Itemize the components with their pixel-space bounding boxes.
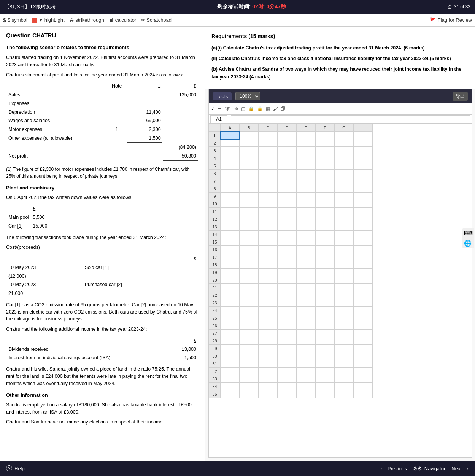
cell-H2[interactable] (354, 139, 373, 147)
cell-E6[interactable] (297, 170, 316, 177)
cell-E27[interactable] (297, 330, 316, 337)
cell-E18[interactable] (297, 261, 316, 269)
cell-G4[interactable] (335, 154, 354, 162)
cell-A4[interactable] (221, 154, 240, 162)
cell-H34[interactable] (354, 383, 373, 390)
col-header-g[interactable]: G (335, 124, 354, 132)
cell-H33[interactable] (354, 375, 373, 383)
cell-C7[interactable] (259, 177, 278, 185)
cell-D6[interactable] (278, 170, 297, 177)
cell-A18[interactable] (221, 261, 240, 269)
cell-B33[interactable] (240, 375, 259, 383)
cell-F2[interactable] (316, 139, 335, 147)
cell-E34[interactable] (297, 383, 316, 390)
cell-H1[interactable] (354, 132, 373, 139)
cell-B22[interactable] (240, 291, 259, 299)
cell-C20[interactable] (259, 276, 278, 284)
cell-H12[interactable] (354, 215, 373, 223)
cell-G7[interactable] (335, 177, 354, 185)
cell-G1[interactable] (335, 132, 354, 139)
spreadsheet-grid[interactable]: A B C D E F G H 123456789101112131415161… (209, 124, 472, 457)
cell-D18[interactable] (278, 261, 297, 269)
cell-E9[interactable] (297, 193, 316, 200)
cell-D34[interactable] (278, 383, 297, 390)
cell-G13[interactable] (335, 223, 354, 231)
cell-D17[interactable] (278, 253, 297, 261)
cell-A34[interactable] (221, 383, 240, 390)
cell-F11[interactable] (316, 208, 335, 215)
cell-C35[interactable] (259, 390, 278, 398)
cell-A22[interactable] (221, 291, 240, 299)
cell-F26[interactable] (316, 322, 335, 330)
cell-E35[interactable] (297, 390, 316, 398)
cell-G17[interactable] (335, 253, 354, 261)
cell-A28[interactable] (221, 337, 240, 345)
cell-B23[interactable] (240, 299, 259, 307)
cell-F35[interactable] (316, 390, 335, 398)
cell-H20[interactable] (354, 276, 373, 284)
cell-H5[interactable] (354, 162, 373, 170)
cell-F22[interactable] (316, 291, 335, 299)
cell-G12[interactable] (335, 215, 354, 223)
cell-B7[interactable] (240, 177, 259, 185)
cell-C30[interactable] (259, 352, 278, 360)
cell-A9[interactable] (221, 193, 240, 200)
cell-A10[interactable] (221, 200, 240, 208)
cell-F14[interactable] (316, 231, 335, 238)
cell-H25[interactable] (354, 314, 373, 322)
cell-C21[interactable] (259, 284, 278, 291)
cell-H17[interactable] (354, 253, 373, 261)
col-header-e[interactable]: E (297, 124, 316, 132)
highlight-tool[interactable]: ▼ highLight (32, 17, 65, 23)
cell-H9[interactable] (354, 193, 373, 200)
navigator-button[interactable]: ⚙⚙ Navigator (413, 466, 446, 471)
cell-E14[interactable] (297, 231, 316, 238)
cell-G25[interactable] (335, 314, 354, 322)
cell-F15[interactable] (316, 238, 335, 246)
cell-E12[interactable] (297, 215, 316, 223)
tools-button[interactable]: Tools (213, 92, 232, 100)
cell-E5[interactable] (297, 162, 316, 170)
cell-C2[interactable] (259, 139, 278, 147)
cell-D3[interactable] (278, 147, 297, 154)
symbol-tool[interactable]: $ $ symbol (3, 17, 27, 23)
cell-E7[interactable] (297, 177, 316, 185)
cell-A33[interactable] (221, 375, 240, 383)
cell-ref-display[interactable]: A1 (210, 115, 227, 123)
cell-D5[interactable] (278, 162, 297, 170)
cell-D20[interactable] (278, 276, 297, 284)
cell-B26[interactable] (240, 322, 259, 330)
cell-A7[interactable] (221, 177, 240, 185)
cell-H29[interactable] (354, 345, 373, 352)
cell-G18[interactable] (335, 261, 354, 269)
cell-C24[interactable] (259, 307, 278, 314)
cell-G2[interactable] (335, 139, 354, 147)
cell-B30[interactable] (240, 352, 259, 360)
cell-A24[interactable] (221, 307, 240, 314)
cell-G6[interactable] (335, 170, 354, 177)
cell-F18[interactable] (316, 261, 335, 269)
cell-A8[interactable] (221, 185, 240, 193)
cell-D13[interactable] (278, 223, 297, 231)
cell-D29[interactable] (278, 345, 297, 352)
cell-E22[interactable] (297, 291, 316, 299)
cell-E11[interactable] (297, 208, 316, 215)
cell-F31[interactable] (316, 360, 335, 368)
cell-A25[interactable] (221, 314, 240, 322)
cell-D7[interactable] (278, 177, 297, 185)
cell-H4[interactable] (354, 154, 373, 162)
cell-D28[interactable] (278, 337, 297, 345)
cell-G34[interactable] (335, 383, 354, 390)
cell-G11[interactable] (335, 208, 354, 215)
cell-A19[interactable] (221, 269, 240, 276)
cell-H14[interactable] (354, 231, 373, 238)
cell-H11[interactable] (354, 208, 373, 215)
cell-D31[interactable] (278, 360, 297, 368)
cell-G26[interactable] (335, 322, 354, 330)
cell-G3[interactable] (335, 147, 354, 154)
cell-C29[interactable] (259, 345, 278, 352)
cell-A14[interactable] (221, 231, 240, 238)
cell-A15[interactable] (221, 238, 240, 246)
cell-H18[interactable] (354, 261, 373, 269)
col-header-h[interactable]: H (354, 124, 373, 132)
